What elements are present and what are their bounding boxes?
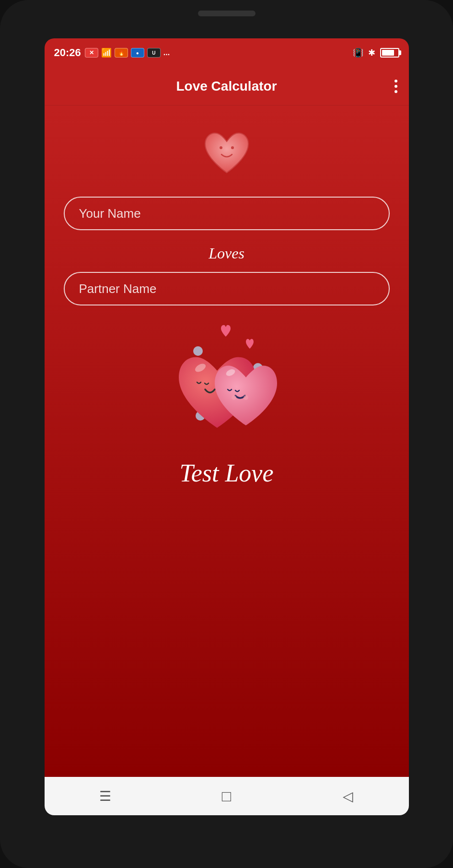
dots-icon: ... — [163, 48, 170, 57]
menu-icon: ☰ — [99, 788, 111, 804]
hearts-illustration — [155, 325, 299, 440]
phone-screen: 20:26 ✕ 📶 🔥 ● U ... 📳 ✱ Love Ca — [45, 38, 409, 815]
nav-back-button[interactable]: ◁ — [334, 782, 362, 810]
battery-fill — [382, 50, 395, 56]
svg-point-0 — [220, 146, 222, 149]
app-icon-1: 🔥 — [115, 48, 128, 58]
speaker — [198, 11, 256, 16]
app-icon-2: ● — [131, 48, 144, 58]
status-left: 20:26 ✕ 📶 🔥 ● U ... — [54, 47, 170, 59]
nav-home-button[interactable]: □ — [212, 782, 241, 810]
status-bar: 20:26 ✕ 📶 🔥 ● U ... 📳 ✱ — [45, 38, 409, 67]
bluetooth-icon: ✱ — [368, 47, 375, 58]
svg-point-1 — [231, 146, 234, 149]
heart-logo — [200, 129, 253, 177]
svg-point-2 — [193, 346, 203, 356]
battery-icon — [380, 48, 399, 58]
more-options-button[interactable] — [395, 80, 397, 93]
dot-1 — [395, 80, 397, 82]
loves-text: Loves — [209, 245, 244, 262]
svg-point-7 — [232, 395, 236, 400]
time-display: 20:26 — [54, 47, 81, 59]
app-title: Love Calculator — [176, 79, 277, 94]
phone-frame: 20:26 ✕ 📶 🔥 ● U ... 📳 ✱ Love Ca — [0, 0, 453, 868]
dot-2 — [395, 85, 397, 88]
partner-name-input[interactable] — [64, 272, 390, 305]
notification-icon: ✕ — [85, 48, 98, 58]
vibrate-icon: 📳 — [353, 47, 363, 58]
home-icon: □ — [222, 787, 231, 805]
svg-point-8 — [244, 395, 248, 400]
heart-logo-svg — [200, 129, 253, 177]
status-right: 📳 ✱ — [353, 47, 399, 58]
partner-input-container — [64, 272, 390, 310]
status-icons: ✕ 📶 🔥 ● U ... — [85, 47, 170, 58]
heart-logo-container — [200, 129, 253, 177]
app-icon-3: U — [147, 48, 161, 58]
wifi-icon: 📶 — [101, 47, 112, 58]
bottom-nav: ☰ □ ◁ — [45, 777, 409, 815]
dot-3 — [395, 90, 397, 93]
app-bar: Love Calculator — [45, 67, 409, 106]
main-content: Loves — [45, 106, 409, 777]
hearts-svg — [155, 325, 299, 440]
back-icon: ◁ — [343, 788, 353, 804]
nav-menu-button[interactable]: ☰ — [91, 782, 119, 810]
your-name-input[interactable] — [64, 197, 390, 230]
test-love-button[interactable]: Test Love — [180, 459, 274, 487]
